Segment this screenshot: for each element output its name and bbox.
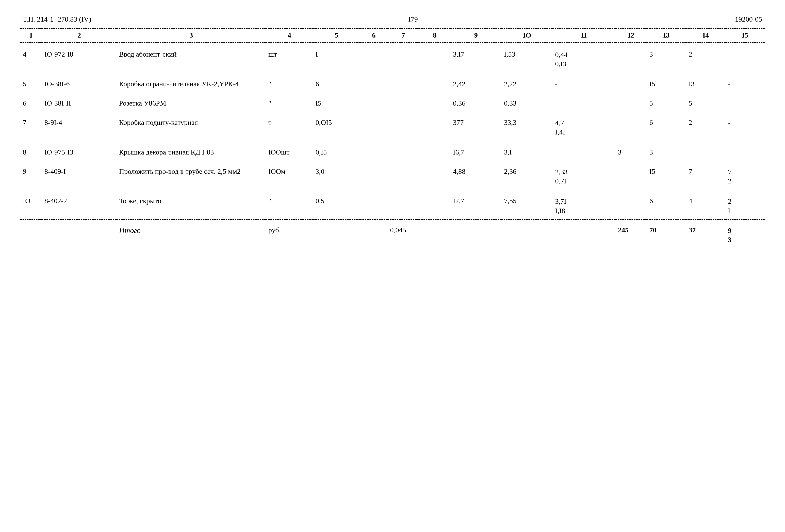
table-row: 4 IO-972-I8 Ввод абонент-ский шт I 3,I7 …	[20, 43, 765, 72]
row-col10: 33,3	[501, 111, 553, 140]
main-table: I 2 3 4 5 6 7 8 9 IO II I2 I3 I4 I5 4 IO…	[20, 28, 765, 248]
row-qty: I5	[313, 91, 360, 111]
itogo-empty5	[419, 220, 450, 248]
row-name: То же, скрыто	[117, 189, 266, 219]
row-col10: 7,55	[501, 189, 553, 219]
row-unit: "	[266, 91, 313, 111]
row-num: IO	[20, 189, 42, 219]
row-col13: I5	[647, 160, 686, 189]
row-col13: 6	[647, 189, 686, 219]
row-col10: 3,I	[501, 140, 553, 160]
itogo-empty6	[450, 220, 501, 248]
row-col8	[419, 189, 450, 219]
row-col15: -	[725, 72, 765, 91]
col-header-14: I4	[686, 28, 725, 43]
itogo-row: Итого руб. 0,045 245 70 37 93	[20, 220, 765, 248]
row-col7	[388, 160, 419, 189]
row-col9: 2,42	[450, 72, 501, 91]
row-code: IO-38I-II	[42, 91, 117, 111]
col-header-15: I5	[725, 28, 765, 43]
row-unit: IOOшт	[266, 140, 313, 160]
row-name: Крышка декора-тивная КД I-03	[117, 140, 266, 160]
col-header-2: 2	[42, 28, 117, 43]
itogo-col13: 70	[647, 220, 686, 248]
col-header-8: 8	[419, 28, 450, 43]
itogo-empty3	[313, 220, 360, 248]
row-col14: -	[686, 140, 725, 160]
row-col7	[388, 189, 419, 219]
row-col11: -	[553, 72, 615, 91]
row-unit: шт	[266, 43, 313, 72]
row-col9: 0,36	[450, 91, 501, 111]
row-col14: 2	[686, 43, 725, 72]
row-col8	[419, 43, 450, 72]
row-col12	[615, 189, 647, 219]
row-unit: IOOм	[266, 160, 313, 189]
row-num: 5	[20, 72, 42, 91]
row-qty: 0,I5	[313, 140, 360, 160]
itogo-col12: 245	[615, 220, 647, 248]
row-col6	[360, 72, 387, 91]
itogo-empty2	[42, 220, 117, 248]
header-left: Т.П. 214-1- 270.83 (IV)	[23, 15, 91, 23]
row-col15: -	[725, 91, 765, 111]
row-num: 6	[20, 91, 42, 111]
row-col14: 2	[686, 111, 725, 140]
row-col8	[419, 111, 450, 140]
col-header-9: 9	[450, 28, 501, 43]
row-col13: 3	[647, 140, 686, 160]
col-header-7: 7	[388, 28, 419, 43]
row-col8	[419, 72, 450, 91]
row-col8	[419, 160, 450, 189]
itogo-unit: руб.	[266, 220, 313, 248]
row-col12	[615, 72, 647, 91]
table-row: 8 IO-975-I3 Крышка декора-тивная КД I-03…	[20, 140, 765, 160]
row-col8	[419, 91, 450, 111]
header-right: 19200-05	[735, 15, 762, 23]
itogo-col7: 0,045	[388, 220, 419, 248]
table-row: 5 IO-38I-6 Коробка ограни-чительная УК-2…	[20, 72, 765, 91]
row-col6	[360, 43, 387, 72]
row-col11: 3,7II,I8	[553, 189, 615, 219]
row-col14: 4	[686, 189, 725, 219]
itogo-empty1	[20, 220, 42, 248]
row-col12: 3	[615, 140, 647, 160]
column-headers: I 2 3 4 5 6 7 8 9 IO II I2 I3 I4 I5	[20, 28, 765, 43]
row-qty: 6	[313, 72, 360, 91]
row-name: Коробка ограни-чительная УК-2,УРК-4	[117, 72, 266, 91]
row-code: IO-972-I8	[42, 43, 117, 72]
col-header-4: 4	[266, 28, 313, 43]
col-header-1: I	[20, 28, 42, 43]
itogo-empty7	[501, 220, 553, 248]
row-col9: I6,7	[450, 140, 501, 160]
col-header-10: IO	[501, 28, 553, 43]
row-col13: 3	[647, 43, 686, 72]
row-col12	[615, 91, 647, 111]
row-col10: 0,33	[501, 91, 553, 111]
row-col13: I5	[647, 72, 686, 91]
row-col7	[388, 111, 419, 140]
row-col15: 2I	[725, 189, 765, 219]
row-col14: I3	[686, 72, 725, 91]
table-row: IO 8-402-2 То же, скрыто " 0,5 I2,7 7,55…	[20, 189, 765, 219]
row-qty: 3,0	[313, 160, 360, 189]
row-col12	[615, 111, 647, 140]
row-qty: 0,5	[313, 189, 360, 219]
row-col11: 4,7I,4I	[553, 111, 615, 140]
itogo-label: Итого	[117, 220, 266, 248]
row-col9: I2,7	[450, 189, 501, 219]
row-num: 8	[20, 140, 42, 160]
itogo-empty8	[553, 220, 615, 248]
itogo-col15: 93	[725, 220, 765, 248]
row-col11: -	[553, 140, 615, 160]
row-col15: -	[725, 43, 765, 72]
row-name: Розетка У86РМ	[117, 91, 266, 111]
row-col7	[388, 140, 419, 160]
col-header-5: 5	[313, 28, 360, 43]
row-col10: 2,22	[501, 72, 553, 91]
row-col12	[615, 43, 647, 72]
itogo-col14: 37	[686, 220, 725, 248]
col-header-11: II	[553, 28, 615, 43]
row-col13: 6	[647, 111, 686, 140]
row-num: 4	[20, 43, 42, 72]
